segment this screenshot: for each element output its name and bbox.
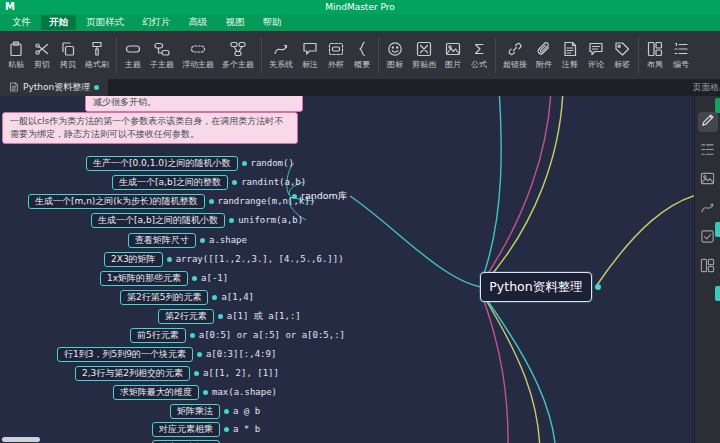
toolbar-picture-button[interactable]: 图片	[440, 37, 466, 73]
subtopic-node[interactable]: a[1] 或 a[1,:]	[227, 310, 301, 323]
collapse-dot[interactable]	[595, 284, 601, 290]
topic-node[interactable]: 矩阵乘法	[170, 404, 220, 419]
topic-node[interactable]: 生成一个[a,b]之间的随机小数	[91, 213, 225, 228]
mindmap-node-row: 2,3行与第2列相交的元素a[[1, 2], [1]]	[75, 365, 279, 381]
toolbar-tag-label: 标签	[614, 59, 630, 70]
subtopic-node[interactable]: a[[1, 2], [1]]	[203, 368, 279, 378]
outline-button[interactable]	[698, 141, 718, 161]
menu-item-slideshow[interactable]: 幻灯片	[134, 15, 179, 30]
toolbar-cut-button[interactable]: 剪切	[29, 37, 55, 73]
toolbar-hyperlink-button[interactable]: 超链接	[499, 37, 531, 73]
horizontal-scrollbar[interactable]	[2, 437, 40, 442]
topic-node[interactable]: 2,3行与第2列相交的元素	[75, 366, 190, 381]
topic-node[interactable]: 第2行元素	[158, 309, 214, 324]
image-panel-button[interactable]	[698, 170, 718, 190]
toolbar-layout-button[interactable]: 布局	[642, 37, 668, 73]
menu-item-page-style[interactable]: 页面样式	[78, 15, 132, 30]
toolbar-clipart-button[interactable]: 剪贴画	[408, 37, 440, 73]
topic-node[interactable]: 对应元素相乘	[152, 422, 220, 437]
collapse-dot[interactable]	[218, 314, 223, 319]
toolbar-multi-topic-button[interactable]: 多个主题	[218, 37, 258, 73]
topic-node[interactable]: 前5行元素	[130, 328, 186, 343]
subtopic-node[interactable]: a[1,4]	[221, 292, 254, 302]
collapse-dot[interactable]	[224, 409, 229, 414]
collapse-dot[interactable]	[242, 161, 247, 166]
main-topic-node[interactable]: Python资料整理	[480, 272, 592, 302]
floating-note-0[interactable]: 类方法一般使用类名直接调用，与实例方法比能够减少很多开销。	[85, 96, 303, 112]
collapse-dot[interactable]	[192, 276, 197, 281]
toolbar-note-button[interactable]: 注释	[557, 37, 583, 73]
subtopic-node[interactable]: max(a.shape)	[212, 387, 277, 397]
topic-node[interactable]: 1x矩阵的那些元素	[100, 271, 188, 286]
topic-node[interactable]: 生成一个[m,n)之间(k为步长)的随机整数	[28, 194, 205, 209]
format-pen-button[interactable]	[698, 112, 718, 132]
toolbar-floating-topic-button[interactable]: 浮动主题	[178, 37, 218, 73]
toolbar-formula-button[interactable]: 公式	[466, 37, 492, 73]
subtopic-node[interactable]: a[0:3][:,4:9]	[206, 349, 276, 359]
toolbar-format-painter-button[interactable]: 格式刷	[81, 37, 113, 73]
toolbar-attachment-button[interactable]: 附件	[531, 37, 557, 73]
collapse-dot[interactable]	[203, 390, 208, 395]
collapse-dot[interactable]	[209, 199, 214, 204]
subtopic-node[interactable]: a[-1]	[201, 273, 228, 283]
collapse-dot[interactable]	[229, 218, 234, 223]
toolbar-copy-button[interactable]: 拷贝	[55, 37, 81, 73]
subtopic-node[interactable]: random()	[251, 158, 294, 168]
collapse-dot[interactable]	[212, 295, 217, 300]
subtopic-node[interactable]: a @ b	[233, 406, 260, 416]
menu-item-view[interactable]: 视图	[218, 15, 253, 30]
toolbar-comment-button[interactable]: 评论	[583, 37, 609, 73]
collapse-dot[interactable]	[194, 371, 199, 376]
toolbar-subtopic-button[interactable]: 子主题	[146, 37, 178, 73]
subtopic-node[interactable]: a * b	[233, 424, 260, 434]
topic-node[interactable]: 生产一个[0.0,1.0)之间的随机小数	[86, 156, 238, 171]
topic-node[interactable]: 对应元素相除	[152, 440, 220, 443]
mindmap-canvas[interactable]: Python资料整理 类方法一般使用类名直接调用，与实例方法比能够减少很多开销。…	[0, 96, 694, 443]
collapse-dot[interactable]	[232, 180, 237, 185]
document-tab[interactable]: Python资料整理	[0, 79, 108, 96]
subtopic-node[interactable]: uniform(a,b)	[238, 215, 303, 225]
toolbar-paste-label: 粘贴	[8, 59, 24, 70]
menu-item-help[interactable]: 帮助	[255, 15, 290, 30]
subtopic-node[interactable]: a[0:5] or a[:5] or a[0:5,:]	[199, 330, 345, 340]
topic-node[interactable]: 生成一个[a,b]之间的整数	[112, 175, 228, 190]
toolbar-paste-button[interactable]: 粘贴	[3, 37, 29, 73]
menu-item-file[interactable]: 文件	[4, 15, 39, 30]
subtopic-node[interactable]: array([[1.,2.,3.], [4.,5.,6.]])	[176, 254, 344, 264]
layout-panel-button[interactable]	[698, 257, 718, 277]
menu-item-advanced[interactable]: 高级	[181, 15, 216, 30]
topic-node[interactable]: 求矩阵最大的维度	[113, 385, 199, 400]
relation-panel-icon	[700, 200, 715, 219]
toolbar-topic-button[interactable]: 主题	[120, 37, 146, 73]
mindmap-node-row: 第2行元素a[1] 或 a[1,:]	[158, 308, 301, 324]
toolbar-summary-label: 概要	[354, 59, 370, 70]
subtopic-node[interactable]: randint(a,b)	[241, 177, 306, 187]
toolbar-icon-button[interactable]: 图标	[382, 37, 408, 73]
toolbar-boundary-button[interactable]: 外框	[323, 37, 349, 73]
clipped-side-tab-0[interactable]	[715, 98, 720, 113]
topic-node[interactable]: 2X3的矩阵	[104, 252, 163, 267]
collapse-dot[interactable]	[292, 194, 297, 199]
clipped-side-tab-2[interactable]	[715, 286, 720, 301]
topic-node[interactable]: 行1到3，列5到9的一个块元素	[57, 347, 193, 362]
toolbar-summary-button[interactable]: 概要	[349, 37, 375, 73]
topic-node[interactable]: 第2行第5列的元素	[120, 290, 208, 305]
toolbar-tag-button[interactable]: 标签	[609, 37, 635, 73]
topic-node[interactable]: 查看矩阵尺寸	[128, 233, 196, 248]
toolbar-relationship-button[interactable]: 关系线	[265, 37, 297, 73]
collapse-dot[interactable]	[167, 257, 172, 262]
random-parent-node[interactable]: random库	[288, 188, 347, 204]
mindmap-node-row: 1x矩阵的那些元素a[-1]	[100, 270, 228, 286]
menu-item-home[interactable]: 开始	[41, 15, 76, 30]
collapse-dot[interactable]	[200, 238, 205, 243]
toolbar-numbering-button[interactable]: 编号	[668, 37, 694, 73]
collapse-dot[interactable]	[190, 333, 195, 338]
collapse-dot[interactable]	[224, 427, 229, 432]
toolbar-separator	[495, 37, 496, 73]
subtopic-node[interactable]: a.shape	[209, 235, 247, 245]
clipped-side-tab-1[interactable]	[715, 222, 720, 237]
floating-note-1[interactable]: 一般以cls作为类方法的第一个参数表示该类自身，在调用类方法时不需要为绑定，静态…	[2, 112, 298, 144]
relation-panel-button[interactable]	[698, 199, 718, 219]
toolbar-callout-button[interactable]: 标注	[297, 37, 323, 73]
collapse-dot[interactable]	[197, 352, 202, 357]
